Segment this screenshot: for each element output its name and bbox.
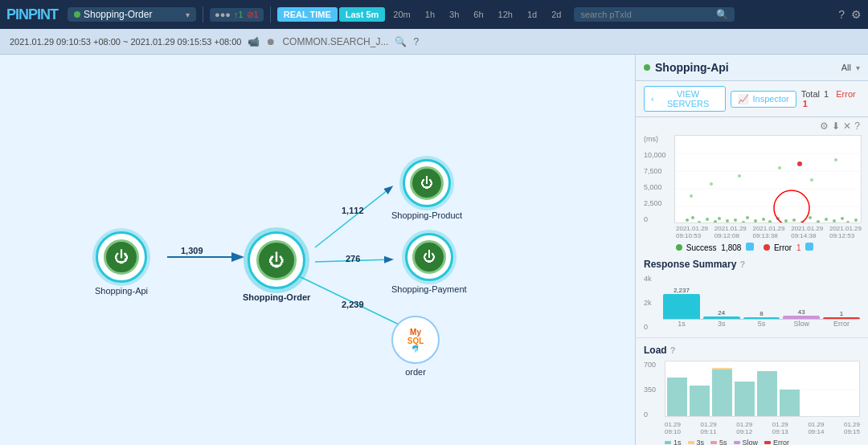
edge-label-order-db: 2,239 [342,300,364,309]
bar-value-error: 1 [840,310,843,317]
view-servers-button[interactable]: ‹ VIEW SERVERS [644,86,726,112]
svg-rect-41 [667,378,687,417]
last5m-tab[interactable]: Last 5m [339,7,386,22]
response-summary-section: Response Summary ? 4k 2k 0 2,237 [636,252,868,338]
bar-fill-3s [703,316,740,319]
y-label-10000: 10,000 [644,151,673,159]
load-help[interactable]: ? [670,345,676,355]
view-servers-label: VIEW SERVERS [657,89,719,108]
response-bar-chart: 4k 2k 0 2,237 24 [644,275,860,331]
main-content: 1,309 1,112 276 2,239 ⏻ Shopping-Api ⏻ S… [0,55,868,445]
node-order-db[interactable]: My SQL 🐬 order [391,316,440,377]
bar-fill-1s [663,294,700,319]
20m-tab[interactable]: 20m [387,7,416,22]
load-label: Load [644,345,667,356]
download-icon[interactable]: ⬇ [832,120,840,132]
svg-point-38 [797,161,802,166]
svg-point-16 [742,221,745,223]
load-x-labels: 01.2909:10 01.2909:11 01.2909:12 01.2909… [665,421,860,435]
service-name: Shopping-Order [84,9,182,20]
load-section: Load ? 700 350 0 [636,338,868,445]
6h-tab[interactable]: 6h [467,7,489,22]
settings-icon[interactable]: ⚙ [851,8,862,21]
help-icon[interactable]: ? [838,8,845,21]
1d-tab[interactable]: 1d [521,7,543,22]
load-x-4: 01.2909:13 [772,421,788,435]
node-shopping-order[interactable]: ⏻ Shopping-Order [243,231,310,302]
scatter-legend: Success 1,808 Error 1 [676,243,862,252]
node-shopping-product[interactable]: ⏻ Shopping-Product [391,159,462,220]
bar-value-slow: 43 [798,308,805,316]
help-icon-2[interactable]: ? [413,36,419,47]
bar-x-labels: 1s 3s 5s Slow Error [663,320,860,328]
1h-tab[interactable]: 1h [419,7,441,22]
nav-divider-2 [270,6,271,22]
transaction-search[interactable]: 🔍 [574,7,735,22]
3h-tab[interactable]: 3h [443,7,465,22]
load-x-3: 01.2909:12 [736,421,752,435]
load-y-350: 350 [644,386,661,394]
svg-point-27 [825,218,828,221]
load-x-5: 01.2909:14 [808,421,824,435]
video-icon: 📹 [248,36,260,47]
panel-service-dot [644,64,650,71]
load-y-0: 0 [644,410,661,418]
svg-point-30 [846,221,850,223]
12h-tab[interactable]: 12h [492,7,519,22]
edge-label-order-product: 1,112 [342,206,364,215]
service-selector[interactable]: Shopping-Order ▾ [68,7,196,22]
x-label-5: 2021.01.2909:12:53 [829,225,862,239]
svg-point-35 [778,166,781,169]
realtime-tab[interactable]: REAL TIME [277,7,338,22]
scatter-x-labels: 2021.01.2909:10:53 2021.01.2909:12:08 20… [676,225,862,239]
load-x-6: 01.2909:15 [844,421,860,435]
filter-dropdown-icon[interactable]: ▾ [856,63,860,72]
bar-label-slow: Slow [783,320,820,328]
response-summary-help[interactable]: ? [739,259,745,269]
search-icon-2[interactable]: 🔍 [395,36,407,47]
gear-icon[interactable]: ⚙ [820,120,829,132]
svg-point-13 [718,217,721,220]
bar-value-1s: 2,237 [674,287,690,294]
svg-point-34 [738,174,741,178]
svg-point-8 [686,218,689,222]
panel-title: Shopping-Api [655,61,837,74]
left-arrow-icon: ‹ [651,94,654,104]
svg-point-31 [854,218,858,222]
2d-tab[interactable]: 2d [545,7,567,22]
filter-label[interactable]: All [841,63,851,72]
error-legend: Error 1 [764,243,813,252]
success-count: 1,808 [721,243,741,252]
help-icon-chart[interactable]: ? [854,120,860,132]
nav-divider [203,6,203,22]
expand-icon[interactable]: ✕ [843,120,851,132]
bar-y-0: 0 [644,323,660,331]
legend-label-1s: 1s [674,439,682,445]
node-shopping-payment[interactable]: ⏻ Shopping-Payment [391,233,467,294]
right-panel-header: Shopping-Api All ▾ [636,55,868,81]
error-count-panel: 1 [803,99,808,108]
y-label-2500: 2,500 [644,199,673,207]
up-count: ↑1 [234,10,244,19]
bar-y-4k: 4k [644,275,660,283]
bar-error: 1 [823,310,860,319]
svg-point-28 [833,219,836,222]
bar-3s: 24 [703,309,740,319]
service-map[interactable]: 1,309 1,112 276 2,239 ⏻ Shopping-Api ⏻ S… [0,55,635,445]
bar-slow: 43 [783,308,820,319]
bar-5s: 8 [743,310,780,319]
edge-label-order-payment: 276 [346,254,360,263]
svg-point-29 [841,217,844,220]
total-label: Total [801,89,820,99]
legend-label-slow: Slow [743,439,759,445]
bar-fill-5s [743,317,780,319]
mode-icon: ●●● [215,10,231,19]
common-search-label[interactable]: COMMON.SEARCH_J... [282,36,388,47]
search-input[interactable] [580,10,713,19]
x-label-3: 2021.01.2909:13:38 [752,225,784,239]
node-shopping-api[interactable]: ⏻ Shopping-Api [95,231,148,296]
top-navigation: PINPINT Shopping-Order ▾ ●●● ↑1 ⊘1 REAL … [0,0,868,29]
inspector-button[interactable]: 📈 Inspector [731,91,796,108]
scatter-chart: (ms) 10,000 7,500 5,000 2,500 0 [636,135,868,252]
nav-icons: ? ⚙ [838,8,862,21]
